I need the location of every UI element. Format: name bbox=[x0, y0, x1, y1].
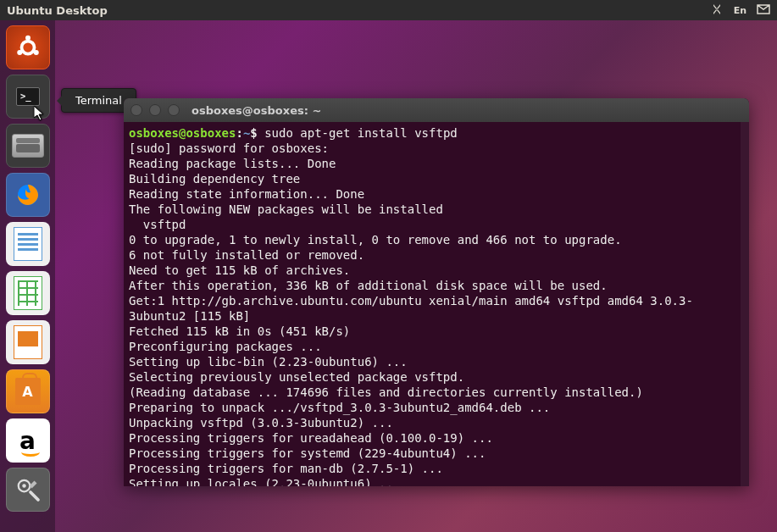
window-title: osboxes@osboxes: ~ bbox=[191, 104, 321, 117]
window-minimize-button[interactable] bbox=[149, 104, 161, 116]
svg-point-1 bbox=[25, 36, 31, 41]
unity-launcher: >_ a bbox=[0, 20, 55, 532]
amazon-logo-icon: a bbox=[19, 427, 36, 455]
svg-point-8 bbox=[22, 484, 26, 488]
keyboard-layout-indicator[interactable]: En bbox=[734, 5, 746, 16]
svg-point-0 bbox=[21, 42, 34, 54]
window-maximize-button[interactable] bbox=[168, 104, 180, 116]
dash-home-icon[interactable] bbox=[6, 25, 50, 69]
firefox-launcher-icon[interactable] bbox=[6, 173, 50, 217]
tooltip-label: Terminal bbox=[75, 94, 122, 107]
libreoffice-writer-icon[interactable] bbox=[6, 222, 50, 266]
window-close-button[interactable] bbox=[130, 104, 142, 116]
terminal-launcher-icon[interactable]: >_ bbox=[6, 75, 50, 119]
system-tray: En bbox=[710, 3, 770, 19]
amazon-launcher-icon[interactable]: a bbox=[6, 418, 50, 463]
terminal-output-area[interactable]: osboxes@osboxes:~$ sudo apt-get install … bbox=[124, 122, 749, 486]
terminal-window[interactable]: osboxes@osboxes: ~ osboxes@osboxes:~$ su… bbox=[124, 98, 749, 486]
document-icon bbox=[14, 227, 42, 261]
svg-text:>_: >_ bbox=[20, 91, 31, 102]
mail-icon[interactable] bbox=[757, 3, 770, 19]
files-launcher-icon[interactable] bbox=[6, 124, 50, 168]
svg-point-3 bbox=[33, 50, 38, 55]
libreoffice-calc-icon[interactable] bbox=[6, 271, 50, 315]
spreadsheet-icon bbox=[14, 276, 42, 310]
svg-point-2 bbox=[17, 50, 22, 55]
window-titlebar[interactable]: osboxes@osboxes: ~ bbox=[124, 98, 749, 122]
prompt-user: osboxes@osboxes bbox=[129, 126, 236, 140]
command-text: sudo apt-get install vsftpd bbox=[264, 126, 458, 140]
prompt-separator: : bbox=[236, 126, 242, 140]
terminal-scrollbar[interactable] bbox=[741, 122, 749, 486]
top-panel: Ubuntu Desktop En bbox=[0, 0, 777, 20]
system-settings-icon[interactable] bbox=[6, 468, 50, 512]
terminal-output-text: [sudo] password for osboxes: Reading pac… bbox=[129, 141, 693, 486]
presentation-icon bbox=[14, 325, 42, 359]
prompt-dollar: $ bbox=[250, 126, 264, 140]
active-window-title: Ubuntu Desktop bbox=[7, 4, 710, 17]
file-cabinet-icon bbox=[12, 134, 44, 158]
libreoffice-impress-icon[interactable] bbox=[6, 320, 50, 364]
network-icon[interactable] bbox=[710, 3, 724, 19]
shopping-bag-icon bbox=[15, 378, 41, 405]
ubuntu-software-icon[interactable] bbox=[6, 369, 50, 413]
